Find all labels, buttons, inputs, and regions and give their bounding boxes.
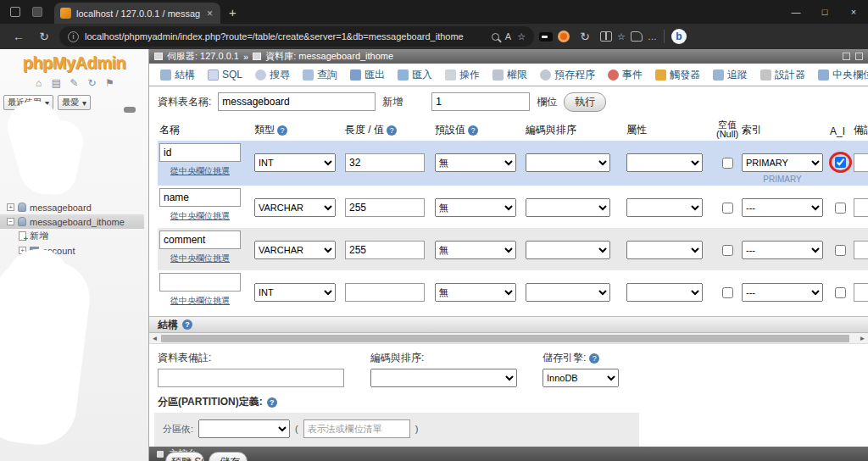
- browser-tab[interactable]: localhost / 127.0.0.1 / messageb... ×: [54, 3, 220, 24]
- tab-privileges[interactable]: 權限: [487, 64, 533, 86]
- collation-select[interactable]: [526, 153, 610, 172]
- column-name-input[interactable]: [159, 230, 241, 249]
- sidebar-resize-handle[interactable]: [124, 107, 136, 113]
- column-name-input[interactable]: [159, 188, 241, 207]
- go-button[interactable]: 執行: [564, 92, 606, 112]
- null-checkbox[interactable]: [722, 203, 733, 214]
- tab-triggers[interactable]: 觸發器: [649, 64, 706, 86]
- index-select[interactable]: ---: [742, 198, 823, 217]
- collation-select[interactable]: [526, 283, 610, 302]
- extension-icon-orange[interactable]: [558, 31, 570, 42]
- docs-icon[interactable]: ✎: [69, 77, 81, 89]
- tab-tracking[interactable]: 追蹤: [707, 64, 754, 86]
- breadcrumb-server-link[interactable]: 伺服器: 127.0.0.1: [167, 50, 239, 63]
- null-checkbox[interactable]: [722, 287, 733, 298]
- attributes-select[interactable]: [626, 153, 703, 172]
- ai-checkbox[interactable]: [835, 245, 846, 256]
- scroll-right-icon[interactable]: ►: [857, 335, 868, 342]
- extension-icon-dark[interactable]: [539, 32, 553, 42]
- tab-structure[interactable]: 結構: [154, 64, 201, 86]
- comments-input[interactable]: [854, 241, 868, 259]
- tab-close-icon[interactable]: ×: [205, 8, 214, 19]
- scrollbar-thumb[interactable]: [161, 335, 849, 342]
- comments-input[interactable]: [854, 153, 868, 172]
- default-select[interactable]: 無: [435, 241, 516, 259]
- attributes-select[interactable]: [626, 283, 703, 302]
- length-input[interactable]: [345, 241, 425, 259]
- back-icon[interactable]: ←: [8, 26, 29, 47]
- search-icon[interactable]: [492, 33, 499, 41]
- default-select[interactable]: 無: [435, 198, 516, 217]
- add-columns-count-input[interactable]: [431, 92, 530, 111]
- favorite-star-icon[interactable]: ☆: [517, 31, 526, 42]
- central-columns-link[interactable]: 從中央欄位挑選: [159, 253, 241, 264]
- tree-item-messageboard-ithome[interactable]: − messageboard_ithome: [0, 214, 144, 229]
- index-select[interactable]: ---: [742, 241, 823, 259]
- window-icon[interactable]: [843, 53, 850, 60]
- null-checkbox[interactable]: [722, 158, 733, 169]
- collation-select[interactable]: [526, 241, 610, 259]
- central-columns-link[interactable]: 從中央欄位挑選: [159, 165, 241, 177]
- url-text[interactable]: localhost/phpmyadmin/index.php?route=/ta…: [85, 31, 486, 42]
- partition-expression-input[interactable]: [303, 419, 410, 438]
- workspace-icon[interactable]: [32, 7, 42, 17]
- browser-essentials-icon[interactable]: ↻: [575, 26, 595, 47]
- collapse-icon[interactable]: −: [7, 218, 14, 225]
- tree-item-messageboard[interactable]: + messageboard: [5, 200, 147, 214]
- tab-export[interactable]: 匯出: [344, 64, 391, 86]
- ai-checkbox[interactable]: [835, 203, 846, 214]
- type-select[interactable]: VARCHAR: [254, 241, 336, 259]
- type-select[interactable]: INT: [254, 283, 336, 302]
- length-input[interactable]: [345, 283, 425, 302]
- help-icon[interactable]: ?: [267, 397, 277, 408]
- tab-routines[interactable]: 預存程序: [534, 64, 601, 86]
- ai-checkbox[interactable]: [835, 287, 846, 298]
- url-field[interactable]: i localhost/phpmyadmin/index.php?route=/…: [59, 26, 534, 47]
- new-tab-button[interactable]: +: [229, 5, 236, 19]
- copilot-icon[interactable]: b: [671, 29, 687, 44]
- site-info-icon[interactable]: i: [68, 31, 79, 42]
- settings-icon[interactable]: ⚑: [104, 77, 116, 89]
- tab-operations[interactable]: 操作: [439, 64, 486, 86]
- collections-icon[interactable]: [631, 31, 643, 42]
- central-columns-link[interactable]: 從中央欄位挑選: [159, 210, 241, 222]
- tab-import[interactable]: 匯入: [392, 64, 438, 86]
- help-icon[interactable]: ?: [589, 353, 599, 364]
- index-select[interactable]: ---: [742, 283, 823, 302]
- breadcrumb-database-link[interactable]: 資料庫: messageboard_ithome: [265, 50, 393, 63]
- comments-input[interactable]: [854, 283, 868, 302]
- null-checkbox[interactable]: [722, 245, 733, 256]
- maximize-button[interactable]: □: [810, 0, 839, 24]
- minimize-button[interactable]: —: [782, 0, 810, 24]
- tab-central-columns[interactable]: 中央欄位: [812, 64, 868, 86]
- favorites-bar-icon[interactable]: ☆: [617, 31, 626, 42]
- console-bar[interactable]: 主控台: [149, 447, 868, 461]
- split-screen-icon[interactable]: [600, 31, 612, 42]
- length-input[interactable]: [345, 198, 425, 217]
- tab-sql[interactable]: SQL: [202, 65, 248, 84]
- length-input[interactable]: [345, 153, 425, 172]
- phpmyadmin-logo[interactable]: phpMyAdmin: [0, 49, 148, 75]
- help-icon[interactable]: ?: [468, 125, 478, 136]
- tab-actions-icon[interactable]: [10, 7, 20, 17]
- central-columns-link[interactable]: 從中央欄位挑選: [159, 295, 241, 307]
- expand-icon[interactable]: +: [7, 203, 14, 211]
- log-icon[interactable]: ▤: [51, 77, 63, 89]
- index-select[interactable]: PRIMARY: [742, 153, 823, 172]
- default-select[interactable]: 無: [435, 283, 516, 302]
- preview-sql-button[interactable]: 預覽 SQL: [165, 452, 204, 461]
- help-icon[interactable]: ?: [387, 125, 397, 136]
- column-name-input[interactable]: [159, 143, 241, 162]
- close-button[interactable]: ×: [839, 0, 868, 24]
- tab-designer[interactable]: 設計器: [754, 64, 811, 86]
- tab-query[interactable]: 查詢: [297, 64, 343, 86]
- reload-icon[interactable]: ↻: [86, 77, 98, 89]
- settings-menu-icon[interactable]: …: [648, 31, 657, 42]
- table-collation-select[interactable]: [370, 369, 517, 387]
- attributes-select[interactable]: [626, 241, 703, 259]
- storage-engine-select[interactable]: InnoDB: [542, 369, 619, 387]
- favorite-tables-select[interactable]: 最愛 ▾: [58, 95, 91, 110]
- scroll-left-icon[interactable]: ◄: [149, 335, 160, 342]
- help-icon[interactable]: ?: [277, 125, 287, 136]
- save-button[interactable]: 儲存: [209, 452, 248, 461]
